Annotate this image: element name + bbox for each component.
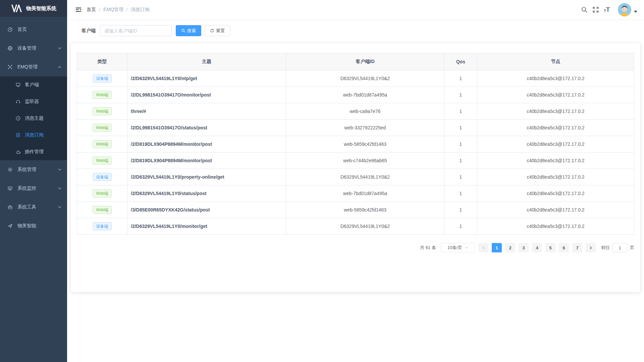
client-id-cell: web-ca9a7e76 <box>286 103 444 119</box>
sidebar-item-label: 消息主题 <box>25 115 62 121</box>
client-id-cell: D6329VL54419L1Y0&2 <box>286 218 444 234</box>
topic-cell: /2/D6329VL54419L1Y0/property-online/get <box>127 169 286 185</box>
sidebar-item-label: 消息订阅 <box>25 132 62 138</box>
breadcrumb-home[interactable]: 首页 <box>87 7 96 13</box>
node-cell: c40b2d8ea5c3@172.17.0.2 <box>477 185 634 201</box>
sidebar-item-plugins[interactable]: 插件管理 <box>0 143 67 160</box>
sidebar-item-home[interactable]: 首页 <box>0 20 67 39</box>
page-size-select[interactable]: 10条/页 <box>441 243 475 252</box>
hash-circle-icon: # <box>15 116 21 121</box>
type-tag: Web端 <box>93 157 111 165</box>
topic-cell: /2/DL9981541O39417O/monitor/post <box>127 87 286 103</box>
page-button-5[interactable]: 5 <box>545 243 555 252</box>
topic-cell: three/# <box>127 103 286 119</box>
chevron-down-icon <box>58 168 62 172</box>
search-icon[interactable] <box>581 6 588 13</box>
sidebar-item-emq-mgmt[interactable]: EMQ管理 <box>0 58 67 76</box>
table-row: Web端 three/# web-ca9a7e76 1 c40b2d8ea5c3… <box>77 103 634 120</box>
bookmark-plus-icon <box>15 132 21 138</box>
sidebar-item-system-monitor[interactable]: 系统监控 <box>0 179 67 198</box>
dashboard-icon <box>7 27 13 32</box>
font-size-icon[interactable]: TT <box>604 7 610 13</box>
user-menu[interactable] <box>618 3 637 16</box>
page-button-3[interactable]: 3 <box>519 243 529 252</box>
type-tag: Web端 <box>93 206 111 214</box>
type-cell: Web端 <box>77 120 127 136</box>
page-buttons: 1234567 <box>492 243 582 252</box>
client-field-label: 客户端 <box>82 28 96 34</box>
emq-submenu: 客户端 监听器 <box>0 76 67 160</box>
breadcrumb-separator: / <box>99 7 100 12</box>
qos-cell: 1 <box>444 218 477 234</box>
client-id-cell: web-3327922225ed <box>286 120 444 136</box>
plugin-icon <box>15 149 21 155</box>
caret-down-icon <box>634 11 637 13</box>
next-page-button[interactable] <box>586 243 596 252</box>
node-cell: c40b2d8ea5c3@172.17.0.2 <box>477 87 634 103</box>
subscription-table-card: 类型 主题 客户端ID Qos 节点 设备端 /2/D6329VL54419L1… <box>70 43 641 292</box>
logo[interactable]: 物美智能系统 <box>0 0 67 17</box>
table-row: Web端 /2/D6329VL54419L1Y0/status/post web… <box>77 185 634 202</box>
page-button-4[interactable]: 4 <box>532 243 542 252</box>
page-button-6[interactable]: 6 <box>559 243 569 252</box>
client-id-cell: D6329VL54419L1Y0&2 <box>286 70 444 86</box>
sidebar-item-label: 设备管理 <box>17 45 58 51</box>
chevron-down-icon <box>58 186 62 190</box>
sidebar-item-label: 插件管理 <box>25 149 62 155</box>
sidebar-item-system-mgmt[interactable]: 系统管理 <box>0 160 67 179</box>
sidebar-item-system-tools[interactable]: 系统工具 <box>0 198 67 217</box>
client-id-cell: web-7bd01d87a495a <box>286 87 444 103</box>
app-title: 物美智能系统 <box>26 5 56 12</box>
goto-page-input[interactable] <box>612 243 627 252</box>
node-cell: c40b2d8ea5c3@172.17.0.2 <box>477 218 634 234</box>
type-cell: Web端 <box>77 202 127 218</box>
node-cell: c40b2d8ea5c3@172.17.0.2 <box>477 120 634 136</box>
topbar-actions: TT <box>581 3 637 16</box>
type-tag: Web端 <box>93 91 111 99</box>
table-row: Web端 /2/D819DLX904P8894M/monitor/post we… <box>77 153 634 169</box>
page-button-1[interactable]: 1 <box>492 243 502 252</box>
chevron-right-icon <box>589 246 593 250</box>
topbar: 首页 / EMQ管理 / 消息订阅 <box>67 0 644 19</box>
prev-page-button[interactable] <box>478 243 488 252</box>
type-tag: Web端 <box>93 189 111 197</box>
client-id-input[interactable] <box>100 25 172 36</box>
qos-cell: 1 <box>444 87 477 103</box>
type-tag: 设备端 <box>93 222 112 230</box>
page-button-2[interactable]: 2 <box>505 243 515 252</box>
goto-suffix: 页 <box>630 245 634 251</box>
search-form: 客户端 搜索 重置 <box>70 19 641 42</box>
goto-label: 前往 <box>601 245 610 251</box>
node-cell: c40b2d8ea5c3@172.17.0.2 <box>477 70 634 86</box>
sidebar-item-subscriptions[interactable]: 消息订阅 <box>0 127 67 143</box>
sidebar-item-device-mgmt[interactable]: 设备管理 <box>0 39 67 58</box>
table-row: 设备端 /2/D6329VL54419L1Y0/monitor/get D632… <box>77 218 634 235</box>
reset-button[interactable]: 重置 <box>205 25 230 36</box>
topic-cell: /2/D819DLX904P8894M/monitor/post <box>127 136 286 152</box>
column-header-topic: 主题 <box>127 53 286 70</box>
type-tag: Web端 <box>93 124 111 132</box>
node-cell: c40b2d8ea5c3@172.17.0.2 <box>477 136 634 152</box>
type-tag: 设备端 <box>93 74 112 82</box>
table-row: Web端 /2/D819DLX904P8894M/monitor/post we… <box>77 136 634 153</box>
sidebar-item-wumei-smart[interactable]: 物美智能 <box>0 217 67 235</box>
page-button-7[interactable]: 7 <box>572 243 582 252</box>
avatar[interactable] <box>618 3 631 16</box>
fullscreen-icon[interactable] <box>592 6 599 13</box>
column-header-node: 节点 <box>477 53 634 70</box>
sidebar-item-topics[interactable]: # 消息主题 <box>0 110 67 127</box>
logo-icon <box>11 4 23 13</box>
sidebar-item-clients[interactable]: 客户端 <box>0 76 67 93</box>
sidebar-item-listeners[interactable]: 监听器 <box>0 93 67 110</box>
main-area: 首页 / EMQ管理 / 消息订阅 <box>67 0 644 362</box>
topic-cell: /2/D6329VL54419L1Y0/monitor/get <box>127 218 286 234</box>
type-tag: 设备端 <box>93 173 112 181</box>
page-size-value: 10条/页 <box>447 245 462 251</box>
search-button[interactable]: 搜索 <box>176 25 201 36</box>
collapse-sidebar-icon[interactable] <box>75 6 82 13</box>
type-cell: Web端 <box>77 103 127 119</box>
sidebar-item-label: 系统工具 <box>17 204 58 210</box>
client-id-cell: D6329VL54419L1Y0&2 <box>286 169 444 185</box>
column-header-type: 类型 <box>77 53 127 70</box>
topic-cell: /2/DL9981541O39417O/status/post <box>127 120 286 136</box>
